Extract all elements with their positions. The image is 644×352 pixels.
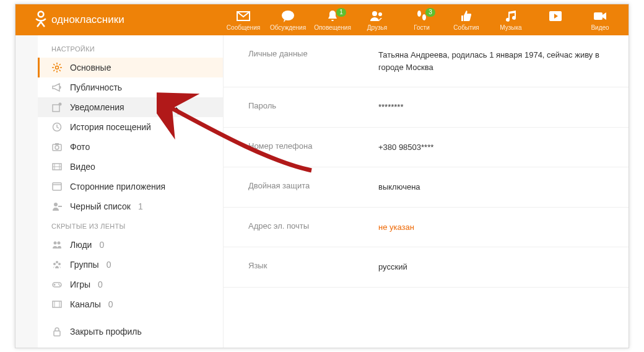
- row-double-protection[interactable]: Двойная защита выключена: [224, 167, 629, 208]
- svg-rect-14: [55, 143, 59, 145]
- personal-label: Личные данные: [248, 49, 378, 73]
- svg-point-10: [59, 103, 62, 106]
- music-icon: [505, 9, 517, 23]
- brand-name: одноклассники: [51, 14, 124, 26]
- envelope-icon: [237, 9, 250, 23]
- chat-icon: [281, 9, 295, 23]
- row-personal[interactable]: Личные данные Татьяна Андреева, родилась…: [224, 35, 629, 87]
- language-value: русский: [378, 261, 407, 273]
- sidebar-item-games[interactable]: Игры 0: [38, 275, 223, 294]
- svg-rect-16: [53, 183, 61, 190]
- sidebar-label: Публичность: [70, 82, 122, 92]
- video-camera-icon: [593, 9, 607, 23]
- film-icon: [51, 161, 63, 172]
- sidebar-label: Основные: [70, 63, 111, 73]
- sidebar-label: Черный список: [70, 201, 131, 211]
- row-email[interactable]: Адрес эл. почты не указан: [224, 208, 629, 248]
- sidebar-item-history[interactable]: История посещений: [38, 117, 223, 137]
- sidebar-item-blacklist[interactable]: Черный список 1: [38, 196, 223, 216]
- sidebar-item-video[interactable]: Видео: [38, 157, 223, 177]
- nav-events[interactable]: События: [444, 9, 489, 31]
- thumbs-up-icon: [460, 9, 472, 23]
- nav-messages[interactable]: Сообщения: [221, 9, 266, 31]
- svg-point-25: [58, 284, 59, 285]
- nav-notifications[interactable]: 1 Оповещения: [310, 9, 355, 31]
- sidebar-item-channels[interactable]: Каналы 0: [38, 294, 223, 314]
- svg-point-5: [422, 14, 426, 20]
- sidebar-label: Уведомления: [70, 102, 124, 112]
- sidebar-label: Видео: [70, 162, 95, 172]
- sidebar-label: Игры: [70, 279, 90, 289]
- nav-discussions[interactable]: Обсуждения: [266, 9, 310, 31]
- sidebar-item-publicity[interactable]: Публичность: [38, 77, 223, 97]
- phone-value: +380 98503****: [378, 141, 433, 154]
- nav-video[interactable]: Видео: [578, 9, 622, 31]
- svg-point-19: [54, 242, 57, 245]
- svg-point-20: [58, 242, 61, 245]
- email-value: не указан: [378, 221, 414, 234]
- svg-point-2: [372, 11, 377, 16]
- history-icon: [51, 121, 63, 133]
- row-language[interactable]: Язык русский: [224, 247, 629, 288]
- sidebar-label: История посещений: [70, 122, 151, 132]
- svg-point-21: [56, 261, 58, 263]
- password-value: ********: [378, 101, 403, 113]
- svg-rect-27: [53, 301, 61, 307]
- lock-icon: [51, 326, 63, 337]
- svg-point-23: [58, 263, 61, 265]
- svg-point-22: [53, 263, 56, 265]
- nav-video-play[interactable]: [533, 9, 578, 31]
- sidebar-label: Каналы: [70, 299, 101, 309]
- svg-point-3: [378, 12, 382, 16]
- gear-icon: [51, 62, 63, 73]
- svg-rect-7: [594, 12, 603, 20]
- svg-point-8: [56, 66, 59, 69]
- svg-rect-18: [58, 206, 62, 207]
- sidebar-item-close-profile[interactable]: Закрыть профиль: [38, 322, 223, 341]
- sidebar-item-groups[interactable]: Группы 0: [38, 255, 223, 275]
- nav-friends[interactable]: Друзья: [355, 9, 399, 31]
- nav-guests[interactable]: 3 Гости: [399, 9, 444, 31]
- sidebar-section-settings: НАСТРОЙКИ: [38, 39, 223, 58]
- personal-value: Татьяна Андреева, родилась 1 января 1974…: [378, 49, 614, 73]
- svg-point-26: [59, 285, 61, 286]
- svg-point-17: [54, 203, 58, 206]
- sidebar-item-main[interactable]: Основные: [38, 58, 223, 77]
- camera-icon: [51, 141, 63, 152]
- film-icon: [51, 299, 63, 310]
- content-body: НАСТРОЙКИ Основные Публичность Уведомлен…: [15, 35, 629, 348]
- svg-rect-9: [53, 105, 59, 112]
- phone-label: Номер телефона: [248, 141, 378, 154]
- settings-sidebar: НАСТРОЙКИ Основные Публичность Уведомлен…: [38, 35, 224, 348]
- sidebar-item-people[interactable]: Люди 0: [38, 235, 223, 255]
- sidebar-item-apps[interactable]: Сторонние приложения: [38, 177, 223, 196]
- megaphone-icon: [51, 82, 63, 93]
- people-count: 0: [99, 240, 104, 250]
- double-protection-label: Двойная защита: [248, 181, 378, 193]
- row-password[interactable]: Пароль ********: [224, 87, 629, 128]
- friends-icon: [370, 9, 385, 23]
- svg-point-0: [38, 11, 44, 17]
- groups-count: 0: [107, 260, 111, 270]
- nav-music[interactable]: Музыка: [489, 9, 533, 31]
- sidebar-item-notifications[interactable]: Уведомления: [38, 97, 223, 117]
- sidebar-section-hidden: СКРЫТЫЕ ИЗ ЛЕНТЫ: [38, 216, 223, 235]
- sidebar-item-photo[interactable]: Фото: [38, 137, 223, 157]
- svg-point-1: [282, 11, 294, 20]
- notifications-badge: 1: [336, 8, 346, 17]
- app-frame: одноклассники Сообщения Обсуждения 1 Опо…: [15, 4, 629, 348]
- sidebar-label: Сторонние приложения: [70, 182, 165, 191]
- email-label: Адрес эл. почты: [248, 221, 378, 234]
- row-phone[interactable]: Номер телефона +380 98503****: [224, 128, 629, 168]
- sidebar-label: Фото: [70, 142, 90, 152]
- sidebar-label: Люди: [70, 240, 92, 250]
- svg-point-13: [55, 146, 59, 149]
- people-icon: [51, 239, 63, 250]
- double-protection-value: выключена: [378, 181, 420, 193]
- header: одноклассники Сообщения Обсуждения 1 Опо…: [15, 4, 629, 35]
- logo[interactable]: одноклассники: [34, 10, 124, 30]
- language-label: Язык: [248, 261, 378, 273]
- games-count: 0: [98, 279, 103, 289]
- settings-main: Личные данные Татьяна Андреева, родилась…: [224, 35, 629, 348]
- sidebar-label: Группы: [70, 260, 99, 270]
